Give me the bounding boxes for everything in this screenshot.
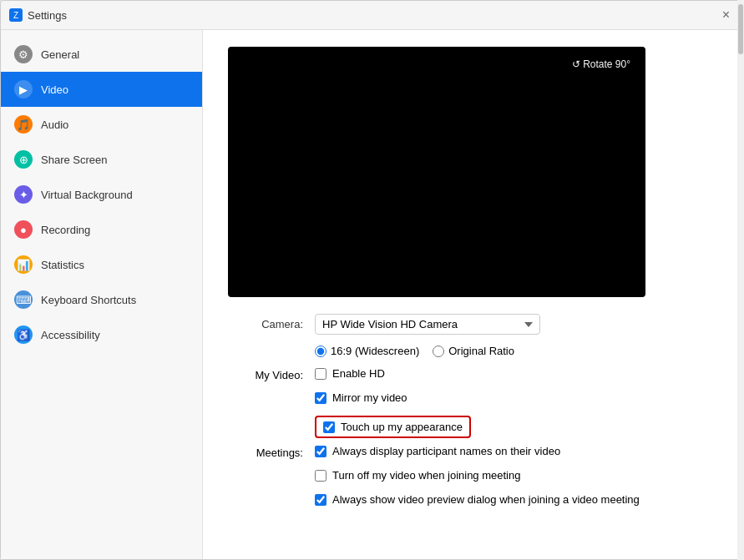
radio-original-input[interactable] (433, 346, 444, 357)
sidebar-item-recording[interactable]: ● Recording (1, 212, 202, 247)
sidebar-item-share-screen[interactable]: ⊕ Share Screen (1, 142, 202, 177)
title-bar-left: Z Settings (9, 8, 67, 22)
meetings-options: Always display participant names on thei… (315, 445, 718, 512)
sidebar-label-statistics: Statistics (41, 259, 84, 271)
enable-hd-label: Enable HD (332, 367, 385, 380)
keyboard-icon: ⌨ (14, 290, 33, 309)
app-icon: Z (9, 8, 23, 22)
settings-window: Z Settings × ⚙ General ▶ Video 🎵 Audio (0, 0, 744, 560)
sidebar-item-accessibility[interactable]: ♿ Accessibility (1, 317, 202, 352)
sidebar-item-keyboard-shortcuts[interactable]: ⌨ Keyboard Shortcuts (1, 282, 202, 317)
sidebar-label-accessibility: Accessibility (41, 329, 100, 341)
scrollbar-track (737, 30, 743, 559)
sidebar-item-virtual-background[interactable]: ✦ Virtual Background (1, 177, 202, 212)
aspect-ratio-options: 16:9 (Widescreen) Original Ratio (315, 345, 514, 357)
sidebar-label-recording: Recording (41, 224, 90, 236)
enable-hd-checkbox[interactable] (315, 368, 326, 380)
share-screen-icon: ⊕ (14, 150, 33, 169)
meeting-checkbox-2[interactable] (315, 470, 326, 482)
mirror-label: Mirror my video (332, 391, 407, 404)
meeting-checkbox-1[interactable] (315, 446, 326, 457)
meeting-option-3[interactable]: Always show video preview dialog when jo… (315, 493, 718, 506)
mirror-row[interactable]: Mirror my video (315, 391, 718, 404)
sidebar-label-share-screen: Share Screen (41, 154, 108, 166)
sidebar-item-video[interactable]: ▶ Video (1, 72, 202, 107)
video-icon: ▶ (14, 80, 33, 98)
meetings-label: Meetings: (228, 445, 303, 459)
sidebar-item-general[interactable]: ⚙ General (1, 37, 202, 72)
radio-16-9[interactable]: 16:9 (Widescreen) (315, 345, 419, 357)
meeting-label-3: Always show video preview dialog when jo… (332, 493, 640, 506)
camera-content: HP Wide Vision HD Camera Default Camera (315, 314, 718, 335)
general-icon: ⚙ (14, 45, 33, 63)
radio-original[interactable]: Original Ratio (433, 345, 514, 357)
meeting-option-1[interactable]: Always display participant names on thei… (315, 445, 718, 457)
scrollbar-thumb[interactable] (738, 30, 743, 54)
camera-row: Camera: HP Wide Vision HD Camera Default… (228, 314, 718, 335)
video-preview: ↺ Rotate 90° (228, 47, 645, 297)
virtual-background-icon: ✦ (14, 185, 33, 204)
touch-up-row[interactable]: Touch up my appearance (315, 416, 471, 438)
main-content: ↺ Rotate 90° Camera: HP Wide Vision HD C… (203, 30, 743, 559)
meeting-option-2[interactable]: Turn off my video when joining meeting (315, 469, 718, 482)
enable-hd-row[interactable]: Enable HD (315, 367, 718, 380)
meeting-label-1: Always display participant names on thei… (332, 445, 560, 457)
touch-up-highlighted: Touch up my appearance (315, 416, 718, 438)
touch-up-label: Touch up my appearance (341, 421, 463, 433)
radio-16-9-input[interactable] (315, 346, 326, 357)
rotate-button[interactable]: ↺ Rotate 90° (565, 55, 637, 73)
audio-icon: 🎵 (14, 115, 33, 134)
title-bar: Z Settings × (1, 1, 743, 30)
sidebar: ⚙ General ▶ Video 🎵 Audio ⊕ Share Screen… (1, 30, 203, 559)
statistics-icon: 📊 (14, 255, 33, 274)
my-video-section: My Video: Enable HD Mirror my video (228, 367, 718, 438)
recording-icon: ● (14, 220, 33, 239)
sidebar-item-audio[interactable]: 🎵 Audio (1, 107, 202, 142)
accessibility-icon: ♿ (14, 325, 33, 344)
sidebar-label-general: General (41, 48, 79, 61)
mirror-checkbox[interactable] (315, 392, 326, 404)
sidebar-item-statistics[interactable]: 📊 Statistics (1, 247, 202, 282)
video-options: Enable HD Mirror my video Touch up my ap… (315, 367, 718, 438)
radio-original-label: Original Ratio (448, 345, 514, 357)
meeting-checkbox-3[interactable] (315, 494, 326, 506)
radio-16-9-label: 16:9 (Widescreen) (331, 345, 419, 357)
sidebar-label-audio: Audio (41, 119, 68, 131)
sidebar-label-video: Video (41, 83, 68, 96)
touch-up-checkbox[interactable] (323, 421, 335, 433)
meetings-section: Meetings: Always display participant nam… (228, 445, 718, 512)
my-video-label: My Video: (228, 367, 303, 381)
meeting-label-2: Turn off my video when joining meeting (332, 469, 520, 482)
sidebar-label-virtual-background: Virtual Background (41, 189, 133, 201)
close-button[interactable]: × (717, 6, 735, 24)
camera-label: Camera: (228, 318, 303, 330)
camera-dropdown[interactable]: HP Wide Vision HD Camera Default Camera (315, 314, 540, 335)
sidebar-label-keyboard-shortcuts: Keyboard Shortcuts (41, 294, 136, 306)
window-title: Settings (28, 9, 67, 22)
aspect-ratio-row: 16:9 (Widescreen) Original Ratio (228, 345, 718, 357)
body: ⚙ General ▶ Video 🎵 Audio ⊕ Share Screen… (1, 30, 743, 559)
